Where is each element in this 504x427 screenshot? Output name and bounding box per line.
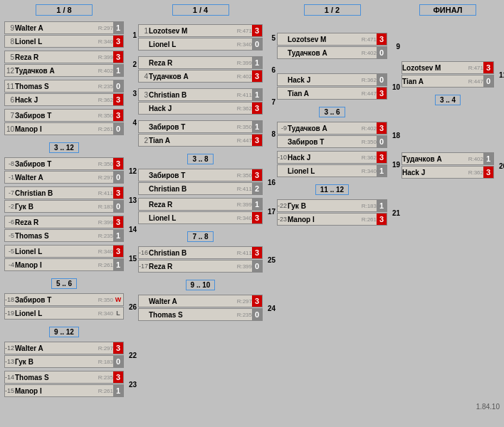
player-row: 7 Забиров Т R:350 3 [4,109,124,122]
seed: -7 [5,189,15,196]
score: 0 [113,123,123,135]
player-row: -13 Гук В R:183 0 [4,355,124,368]
score: 3 [377,152,387,163]
player-name: Тудачков А [288,49,357,57]
rating: R:340 [232,41,252,48]
match-number: 15 [129,255,137,263]
rating: R:402 [357,125,377,132]
score: 3 [113,371,123,383]
score: 2 [252,183,262,194]
player-name: Hack J [402,169,463,176]
player-row: -7 Christian B R:411 3 [4,186,124,199]
player-row: -16 Christian B R:411 3 [138,246,263,259]
score: 1 [252,121,262,132]
round2-title: 1 / 4 [172,4,229,16]
player-row: 3 Christian B R:411 1 [138,88,263,101]
match-number: 19 [392,161,400,169]
match-number: 26 [129,303,137,311]
rating: R:297 [93,174,113,181]
player-row: 1 Lozotsev M R:471 3 [138,24,263,37]
section-label-910: 9 .. 10 [186,280,216,290]
rating: R:399 [93,219,113,226]
seed: -22 [278,202,288,209]
section-label-38: 3 .. 8 [187,154,213,164]
player-name: Reza R [149,201,232,209]
player-row: Lozotsev M R:471 3 [401,61,494,74]
section-label-78: 7 .. 8 [187,231,213,242]
player-name: Тудачков А [15,67,93,75]
seed: -5 [5,232,15,239]
player-name: Забиров Т [149,123,232,131]
rating: R:235 [93,83,113,90]
rating: R:471 [357,36,377,43]
player-name: Тудачков А [149,73,232,80]
rating: R:350 [232,172,252,179]
score: 0 [252,38,262,50]
seed: 12 [5,67,15,75]
rating: R:411 [232,186,252,192]
player-name: Tian A [402,78,463,85]
match-number: 18 [392,132,400,139]
player-row: Забиров Т R:350 3 [138,169,263,181]
score: 3 [113,94,123,105]
player-row: Забиров Т R:350 1 [138,120,263,133]
player-row: -14 Thomas S R:235 3 [4,371,124,384]
player-name: Lozotsev M [402,64,463,72]
rating: R:411 [93,190,113,196]
match-19: -10 Hack J R:362 3 Lionel L R:340 1 19 [277,151,387,178]
player-row: 4 Тудачков А R:402 3 [138,70,263,83]
player-name: Тудачков А [402,155,463,163]
match-number: 17 [268,208,275,216]
player-name: Tian A [149,137,232,144]
rating: R:235 [93,233,113,239]
player-row: Tian A R:447 3 [277,87,387,100]
player-name: Christian B [15,189,93,197]
score: 0 [377,47,387,58]
score: 3 [113,216,123,228]
match-13: -7 Christian B R:411 3 -2 Гук В R:183 0 … [4,186,124,214]
rating: R:402 [93,68,113,74]
player-row: Lionel L R:340 0 [138,38,263,51]
score: 3 [113,342,123,354]
rating: R:447 [232,137,252,144]
rating: R:471 [232,28,252,34]
player-name: Reza R [15,53,93,61]
player-row: Lozotsev M R:471 3 [277,33,387,46]
match-24: Walter A R:297 3 Thomas S R:235 0 24 [138,295,263,322]
score: 3 [377,33,387,45]
rating: R:362 [357,77,377,83]
rating: R:297 [93,345,113,352]
seed: -10 [278,154,288,161]
score: 3 [483,167,493,178]
match-16: Забиров Т R:350 3 Christian B R:411 2 16 [138,169,263,196]
rating: R:340 [232,215,252,221]
match-number: 2 [132,60,137,68]
match-number: 9 [396,43,400,51]
player-name: Hack J [149,105,232,112]
score: 3 [377,214,387,225]
wl-indicator: W [113,296,123,303]
score: 0 [113,172,123,183]
rating: R:350 [93,112,113,119]
score: 3 [113,246,123,257]
score: 3 [252,25,262,36]
player-row: -2 Гук В R:183 0 [4,200,124,213]
player-row: -12 Walter A R:297 3 [4,342,124,354]
player-name: Тудачков А [288,125,357,132]
rating: R:261 [93,126,113,132]
player-row: 8 Lionel L R:340 3 [4,35,124,48]
score: 0 [483,75,493,87]
section-label-56: 5 .. 6 [51,278,77,289]
seed: 11 [5,83,15,90]
match-1: 9 Walter A R:297 1 8 Lionel L R:340 3 1 [4,21,124,48]
player-name: Hack J [288,76,357,84]
match-number: 6 [271,66,275,74]
seed: 5 [5,53,15,61]
rating: R:261 [357,216,377,223]
rating: R:350 [357,139,377,145]
player-row: Hack J R:362 3 [138,102,263,115]
rating: R:402 [463,156,483,162]
rating: R:297 [232,298,252,305]
player-row: -6 Reza R R:399 3 [4,216,124,228]
player-row: 6 Hack J R:362 3 [4,93,124,106]
